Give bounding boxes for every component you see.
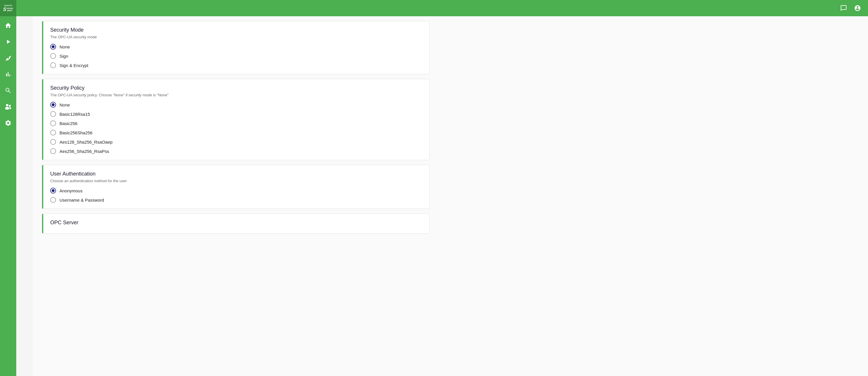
leaf-icon — [5, 55, 11, 62]
messages-button[interactable] — [838, 2, 849, 14]
sidebar-item-home[interactable] — [0, 18, 16, 34]
radio-item-username-password[interactable]: Username & Password — [50, 197, 423, 203]
radio-item-anonymous[interactable]: Anonymous — [50, 188, 423, 194]
opc-server-body: OPC Server — [43, 214, 429, 233]
radio-outer-basic256sha256[interactable] — [50, 130, 56, 135]
radio-label-none-mode: None — [60, 44, 70, 49]
radio-label-anonymous: Anonymous — [60, 188, 83, 193]
sidebar-item-leaf[interactable] — [0, 50, 16, 66]
topbar-actions — [838, 2, 863, 14]
radio-outer-username-password[interactable] — [50, 197, 56, 203]
radio-item-basic256[interactable]: Basic256 — [50, 121, 423, 126]
main-content: Security Mode The OPC-UA security mode N… — [32, 16, 868, 376]
radio-outer-basic128rsa15[interactable] — [50, 111, 56, 117]
radio-label-basic256: Basic256 — [60, 121, 78, 126]
security-mode-radio-group: None Sign Sign & Encrypt — [50, 44, 423, 68]
connect-icon — [5, 103, 11, 110]
user-authentication-section: User Authentication Choose an authentica… — [42, 165, 430, 209]
radio-item-basic256sha256[interactable]: Basic256Sha256 — [50, 130, 423, 135]
security-mode-section: Security Mode The OPC-UA security mode N… — [42, 21, 430, 74]
opc-server-title: OPC Server — [50, 219, 423, 226]
content-inner: Security Mode The OPC-UA security mode N… — [32, 16, 439, 243]
sidebar: apache S streampipes — [0, 0, 16, 376]
play-icon — [5, 38, 11, 45]
radio-outer-sign-mode[interactable] — [50, 53, 56, 59]
security-mode-body: Security Mode The OPC-UA security mode N… — [43, 21, 429, 74]
radio-label-none-policy: None — [60, 102, 70, 107]
topbar — [16, 0, 868, 16]
radio-outer-none-policy[interactable] — [50, 102, 56, 108]
security-policy-title: Security Policy — [50, 85, 423, 91]
account-button[interactable] — [852, 2, 863, 14]
security-mode-subtitle: The OPC-UA security mode — [50, 35, 423, 39]
radio-label-basic256sha256: Basic256Sha256 — [60, 130, 92, 135]
radio-item-aes256[interactable]: Aes256_Sha256_RsaPss — [50, 148, 423, 154]
security-policy-section: Security Policy The OPC-UA security poli… — [42, 79, 430, 160]
sidebar-item-dashboard[interactable] — [0, 66, 16, 82]
radio-outer-sign-encrypt-mode[interactable] — [50, 62, 56, 68]
home-icon — [5, 22, 11, 29]
radio-label-username-password: Username & Password — [60, 198, 104, 203]
security-policy-radio-group: None Basic128Rsa15 Basic256 Basi — [50, 102, 423, 154]
sidebar-item-connect[interactable] — [0, 99, 16, 115]
radio-outer-anonymous[interactable] — [50, 188, 56, 194]
radio-item-aes128[interactable]: Aes128_Sha256_RsaOaep — [50, 139, 423, 145]
radio-item-sign-mode[interactable]: Sign — [50, 53, 423, 59]
radio-label-sign-encrypt-mode: Sign & Encrypt — [60, 63, 88, 68]
sidebar-item-play[interactable] — [0, 34, 16, 50]
radio-inner-none-policy — [52, 103, 55, 106]
radio-outer-aes128[interactable] — [50, 139, 56, 145]
radio-outer-none-mode[interactable] — [50, 44, 56, 49]
radio-item-basic128rsa15[interactable]: Basic128Rsa15 — [50, 111, 423, 117]
security-mode-title: Security Mode — [50, 27, 423, 33]
chat-bubble-icon — [840, 5, 847, 11]
bar-chart-icon — [5, 71, 11, 78]
account-circle-icon — [854, 5, 861, 11]
user-authentication-radio-group: Anonymous Username & Password — [50, 188, 423, 203]
radio-label-aes128: Aes128_Sha256_RsaOaep — [60, 140, 113, 144]
search-icon — [5, 87, 11, 94]
user-authentication-title: User Authentication — [50, 171, 423, 177]
user-authentication-body: User Authentication Choose an authentica… — [43, 165, 429, 209]
security-policy-body: Security Policy The OPC-UA security poli… — [43, 79, 429, 160]
radio-item-none-policy[interactable]: None — [50, 102, 423, 108]
radio-label-basic128rsa15: Basic128Rsa15 — [60, 112, 90, 116]
app-logo[interactable]: apache S streampipes — [0, 0, 16, 16]
sidebar-item-search[interactable] — [0, 82, 16, 99]
radio-inner-none-mode — [52, 45, 55, 48]
radio-label-sign-mode: Sign — [60, 54, 68, 59]
security-policy-subtitle: The OPC-UA security policy. Choose "None… — [50, 93, 423, 97]
sidebar-item-settings[interactable] — [0, 115, 16, 131]
settings-icon — [5, 119, 11, 127]
user-authentication-subtitle: Choose an authentication method for the … — [50, 179, 423, 183]
radio-outer-basic256[interactable] — [50, 121, 56, 126]
opc-server-section: OPC Server — [42, 213, 430, 234]
radio-outer-aes256[interactable] — [50, 148, 56, 154]
radio-item-sign-encrypt-mode[interactable]: Sign & Encrypt — [50, 62, 423, 68]
radio-label-aes256: Aes256_Sha256_RsaPss — [60, 149, 109, 154]
radio-inner-anonymous — [52, 189, 55, 192]
radio-item-none-mode[interactable]: None — [50, 44, 423, 49]
